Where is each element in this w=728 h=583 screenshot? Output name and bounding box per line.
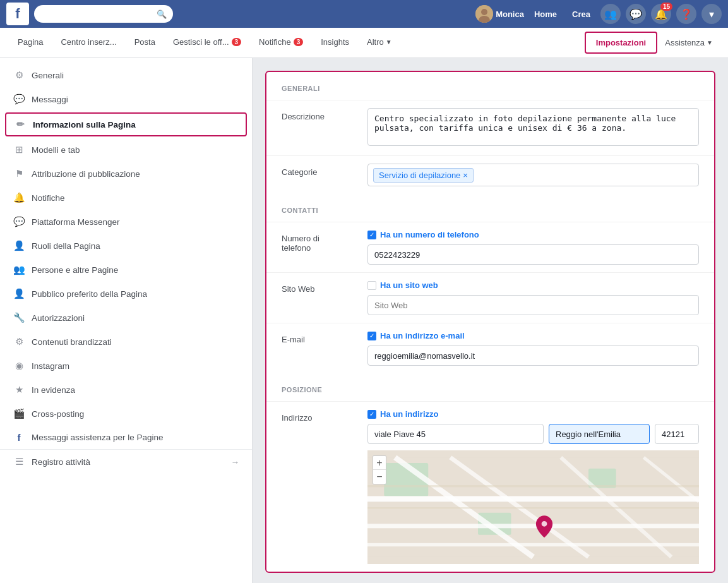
- search-input[interactable]: [40, 9, 153, 19]
- indirizzo-label: Indirizzo: [282, 409, 357, 423]
- sidebar-item-informazioni[interactable]: ✏ Informazioni sulla Pagina: [5, 112, 247, 136]
- person2-icon: 👤: [13, 288, 25, 299]
- indirizzo-checkbox-row: ✓ Ha un indirizzo: [367, 409, 699, 419]
- categorie-value: Servizio di depilazione ×: [367, 164, 699, 186]
- email-input[interactable]: [367, 346, 699, 366]
- star-icon: ★: [13, 384, 25, 395]
- help-icon-button[interactable]: ❓: [676, 4, 696, 24]
- home-button[interactable]: Home: [529, 7, 562, 21]
- email-label: E-mail: [282, 331, 357, 344]
- descrizione-label: Descrizione: [282, 108, 357, 121]
- chevron-down-icon-assistenza: ▼: [707, 39, 713, 46]
- telefono-checkbox-label: Ha un numero di telefono: [380, 230, 479, 239]
- sidebar-item-contenuti[interactable]: ⚙ Contenuti brandizzati: [0, 330, 252, 354]
- grid-icon: ⊞: [13, 144, 25, 155]
- notification-badge: 15: [660, 3, 672, 11]
- avatar: [475, 5, 493, 23]
- sito-web-input[interactable]: [367, 295, 699, 315]
- sito-web-value: Ha un sito web: [367, 280, 699, 315]
- map-container: + −: [367, 450, 699, 564]
- facebook-logo[interactable]: f: [6, 3, 29, 25]
- settings-card: GENERALI Descrizione Centro specializzat…: [265, 71, 715, 573]
- indirizzo-value: ✓ Ha un indirizzo: [367, 409, 699, 564]
- people-icon: 👥: [13, 264, 25, 275]
- sidebar-item-modelli[interactable]: ⊞ Modelli e tab: [0, 138, 252, 162]
- search-bar[interactable]: 🔍: [34, 5, 173, 23]
- address-inputs-row: [367, 424, 699, 444]
- descrizione-row: Descrizione Centro specializzato in foto…: [266, 100, 714, 155]
- search-icon: 🔍: [157, 9, 167, 19]
- subnav-gestisci[interactable]: Gestisci le off... 3: [165, 28, 249, 58]
- sidebar-registro-attivita[interactable]: ☰ Registro attività →: [0, 450, 252, 474]
- svg-rect-15: [367, 507, 699, 509]
- sito-web-label: Sito Web: [282, 280, 357, 294]
- sidebar-item-messaggi[interactable]: 💬 Messaggi: [0, 87, 252, 111]
- chevron-down-icon: ▼: [386, 39, 392, 45]
- sito-web-checkbox[interactable]: [367, 281, 376, 290]
- svg-rect-7: [367, 496, 699, 502]
- map-zoom-out[interactable]: −: [373, 470, 386, 484]
- people-icon-button[interactable]: 👥: [600, 4, 621, 24]
- subnav-insights[interactable]: Insights: [313, 28, 357, 58]
- messenger-icon: 💬: [13, 216, 25, 227]
- sidebar-item-pubblico[interactable]: 👤 Pubblico preferito della Pagina: [0, 282, 252, 306]
- sidebar-item-attribuzione[interactable]: ⚑ Attribuzione di pubblicazione: [0, 162, 252, 186]
- notifications-icon-button[interactable]: 🔔 15: [651, 4, 671, 24]
- descrizione-textarea[interactable]: Centro specializzato in foto depilazione…: [367, 108, 699, 146]
- map-zoom-in[interactable]: +: [373, 456, 386, 470]
- city-input[interactable]: [549, 424, 650, 444]
- email-checkbox-label: Ha un indirizzo e-mail: [380, 331, 465, 340]
- map-svg: [367, 450, 699, 564]
- zip-input[interactable]: [655, 424, 699, 444]
- crea-button[interactable]: Crea: [567, 7, 595, 21]
- categorie-label: Categorie: [282, 164, 357, 177]
- sidebar-item-notifiche[interactable]: 🔔 Notifiche: [0, 186, 252, 210]
- telefono-label: Numero di telefono: [282, 230, 357, 253]
- categorie-row: Categorie Servizio di depilazione ×: [266, 155, 714, 194]
- sito-web-row: Sito Web Ha un sito web: [266, 272, 714, 323]
- instagram-icon: ◉: [13, 360, 25, 371]
- video-icon: 🎬: [13, 408, 25, 419]
- telefono-checkbox[interactable]: ✓: [367, 231, 376, 239]
- arrow-icon: →: [231, 457, 240, 467]
- sidebar-item-instagram[interactable]: ◉ Instagram: [0, 354, 252, 378]
- email-checkbox[interactable]: ✓: [367, 332, 376, 340]
- sidebar-item-persone[interactable]: 👥 Persone e altre Pagine: [0, 258, 252, 282]
- notifiche-badge: 3: [294, 38, 304, 46]
- subnav-centro-inserz[interactable]: Centro inserz...: [53, 28, 124, 58]
- subnav-notifiche[interactable]: Notifiche 3: [251, 28, 311, 58]
- sito-web-checkbox-label: Ha un sito web: [380, 280, 438, 290]
- indirizzo-checkbox[interactable]: ✓: [367, 410, 376, 419]
- email-value: ✓ Ha un indirizzo e-mail: [367, 331, 699, 366]
- posizione-section-header: POSIZIONE: [266, 373, 714, 401]
- svg-point-17: [542, 521, 547, 527]
- assistenza-button[interactable]: Assistenza ▼: [660, 29, 718, 56]
- street-input[interactable]: [367, 424, 544, 444]
- fb-icon: f: [13, 432, 25, 443]
- indirizzo-checkbox-label: Ha un indirizzo: [380, 409, 438, 419]
- gear-icon: ⚙: [13, 69, 25, 81]
- messenger-icon-button[interactable]: 💬: [626, 4, 646, 24]
- impostazioni-button[interactable]: Impostazioni: [585, 32, 657, 54]
- sidebar-item-ruoli[interactable]: 👤 Ruoli della Pagina: [0, 234, 252, 258]
- chat-icon: 💬: [13, 93, 25, 105]
- sidebar-item-inevidenza[interactable]: ★ In evidenza: [0, 378, 252, 402]
- indirizzo-row: Indirizzo ✓ Ha un indirizzo: [266, 401, 714, 572]
- person-icon: 👤: [13, 240, 25, 251]
- subnav-posta[interactable]: Posta: [127, 28, 163, 58]
- subnav-pagina[interactable]: Pagina: [10, 28, 51, 58]
- sidebar-item-generali[interactable]: ⚙ Generali: [0, 63, 252, 87]
- sidebar-item-messenger[interactable]: 💬 Piattaforma Messenger: [0, 210, 252, 234]
- category-tag[interactable]: Servizio di depilazione ×: [373, 168, 474, 183]
- category-container[interactable]: Servizio di depilazione ×: [367, 164, 699, 186]
- category-tag-remove[interactable]: ×: [463, 171, 468, 180]
- sito-web-checkbox-row: Ha un sito web: [367, 280, 699, 290]
- menu-icon-button[interactable]: ▾: [701, 4, 722, 24]
- user-profile[interactable]: Monica: [475, 5, 524, 23]
- subnav-altro[interactable]: Altro ▼: [359, 28, 400, 58]
- sidebar-item-messaggi-assistenza[interactable]: f Messaggi assistenza per le Pagine: [0, 426, 252, 449]
- telefono-input[interactable]: [367, 244, 699, 265]
- sidebar-item-crossposting[interactable]: 🎬 Cross-posting: [0, 402, 252, 426]
- map-zoom-controls: + −: [373, 455, 386, 484]
- sidebar-item-autorizzazioni[interactable]: 🔧 Autorizzazioni: [0, 306, 252, 330]
